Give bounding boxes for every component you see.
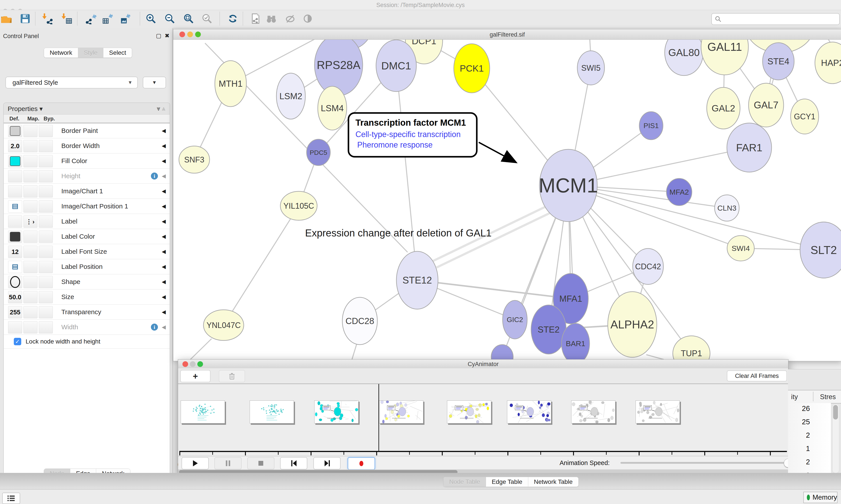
- table-cell[interactable]: 1: [806, 445, 810, 453]
- prop-byp-cell[interactable]: [39, 306, 53, 318]
- prop-map-cell[interactable]: [23, 306, 37, 318]
- prop-byp-cell[interactable]: [39, 276, 53, 288]
- table-cell[interactable]: 25: [802, 418, 810, 426]
- network-node-gcy1[interactable]: GCY1: [791, 99, 819, 134]
- clear-all-frames-button[interactable]: Clear All Frames: [727, 371, 787, 381]
- network-node-ste2[interactable]: STE2: [531, 305, 566, 354]
- property-row-image-chart-position-1[interactable]: Image/Chart Position 1◀: [4, 199, 170, 214]
- network-edge[interactable]: [352, 344, 357, 360]
- prop-byp-cell[interactable]: [39, 140, 53, 152]
- annotation-link[interactable]: Pheromone response: [357, 140, 432, 149]
- network-node-cdc42[interactable]: CDC42: [633, 249, 663, 284]
- prop-def-cell[interactable]: 255: [8, 306, 22, 318]
- property-row-label-position[interactable]: Label Position◀: [4, 259, 170, 274]
- keyframe-thumbnail-6[interactable]: [571, 400, 615, 424]
- prop-byp-cell[interactable]: [39, 125, 53, 137]
- keyframe-thumbnail-4[interactable]: [447, 400, 491, 424]
- prop-byp-cell[interactable]: [39, 291, 53, 303]
- search-network-icon[interactable]: [265, 13, 277, 24]
- expand-row-icon[interactable]: ◀: [162, 158, 166, 164]
- prop-byp-cell[interactable]: [39, 155, 53, 167]
- style-options-button[interactable]: ▼: [143, 77, 166, 88]
- annotation-callout[interactable]: Transcription factor MCM1Cell-type-speci…: [348, 113, 515, 162]
- prop-map-cell[interactable]: [23, 125, 37, 137]
- prop-def-cell[interactable]: [8, 155, 22, 167]
- network-node-rps28a[interactable]: RPS28A: [315, 40, 363, 96]
- column-header[interactable]: Stres: [820, 393, 836, 401]
- close-panel-icon[interactable]: ✖: [165, 32, 169, 39]
- record-button[interactable]: [347, 457, 375, 470]
- network-node-ynl047c[interactable]: YNL047C: [203, 310, 244, 340]
- prop-map-cell[interactable]: [23, 200, 37, 213]
- network-node-gal2[interactable]: GAL2: [707, 87, 740, 129]
- prop-map-cell[interactable]: [23, 155, 37, 167]
- keyframe-thumbnail-7[interactable]: [636, 400, 680, 424]
- prop-byp-cell[interactable]: [39, 215, 53, 228]
- expand-row-icon[interactable]: ◀: [162, 203, 166, 209]
- pause-button[interactable]: [214, 457, 241, 469]
- collapse-all-icon[interactable]: ⩓: [162, 105, 165, 112]
- network-edge[interactable]: [223, 206, 299, 325]
- keyframe-thumbnail-2[interactable]: [314, 400, 359, 424]
- expand-row-icon[interactable]: ◀: [162, 233, 166, 239]
- float-panel-icon[interactable]: ▢: [156, 32, 161, 39]
- cyanimator-titlebar[interactable]: CyAnimator: [178, 360, 788, 368]
- network-node-bar1[interactable]: BAR1: [561, 323, 590, 361]
- lock-checkbox[interactable]: ✓: [14, 338, 21, 345]
- prop-def-cell[interactable]: [8, 276, 22, 288]
- add-frame-button[interactable]: +: [180, 370, 211, 382]
- keyframe-thumbnail-1[interactable]: [250, 400, 294, 424]
- prop-map-cell[interactable]: [23, 291, 37, 303]
- expand-row-icon[interactable]: ◀: [162, 188, 166, 194]
- prop-byp-cell[interactable]: [39, 231, 53, 243]
- expand-row-icon[interactable]: ◀: [162, 324, 166, 330]
- network-node-lsm4[interactable]: LSM4: [318, 86, 347, 130]
- skip-start-button[interactable]: [280, 457, 307, 469]
- network-node-swi4[interactable]: SWI4: [727, 236, 754, 261]
- network-node-mth1[interactable]: MTH1: [215, 61, 246, 107]
- property-row-transparency[interactable]: 255Transparency◀: [4, 305, 170, 320]
- prop-map-cell[interactable]: [23, 185, 37, 197]
- property-row-image-chart-1[interactable]: Image/Chart 1◀: [4, 184, 170, 199]
- info-icon[interactable]: i: [151, 173, 158, 180]
- prop-def-cell[interactable]: [8, 321, 22, 334]
- prop-byp-cell[interactable]: [39, 185, 53, 197]
- table-scrollbar[interactable]: [832, 404, 839, 473]
- prop-byp-cell[interactable]: [39, 200, 53, 213]
- style-selector[interactable]: galFiltered Style ▼: [5, 77, 138, 88]
- prop-def-cell[interactable]: [8, 215, 22, 228]
- play-button[interactable]: [182, 457, 209, 469]
- prop-def-cell[interactable]: [8, 231, 22, 243]
- prop-byp-cell[interactable]: [39, 246, 53, 258]
- network-node-gic2[interactable]: GIC2: [503, 300, 527, 339]
- network-node-hap2[interactable]: HAP2: [815, 42, 841, 84]
- prop-byp-cell[interactable]: [39, 261, 53, 273]
- network-node-far1[interactable]: FAR1: [727, 123, 772, 172]
- prop-def-cell[interactable]: [8, 200, 22, 213]
- export-network-icon[interactable]: [85, 13, 97, 24]
- network-node-cdc28[interactable]: CDC28: [342, 297, 377, 345]
- network-node-ste12[interactable]: STE12: [396, 251, 438, 309]
- table-tab-edge-table[interactable]: Edge Table: [486, 477, 528, 487]
- property-row-width[interactable]: Widthi◀: [4, 320, 170, 335]
- export-table-icon[interactable]: [102, 13, 114, 24]
- property-row-label[interactable]: ⋮›Label◀: [4, 214, 170, 229]
- prop-def-cell[interactable]: [8, 185, 22, 197]
- prop-map-cell[interactable]: [23, 246, 37, 258]
- tab-select[interactable]: Select: [103, 48, 132, 58]
- network-node-ste4[interactable]: STE4: [763, 43, 794, 80]
- table-tab-network-table[interactable]: Network Table: [528, 477, 578, 487]
- network-node-dmc1[interactable]: DMC1: [376, 40, 416, 91]
- property-row-label-font-size[interactable]: 12Label Font Size◀: [4, 244, 170, 259]
- expand-row-icon[interactable]: ◀: [162, 279, 166, 285]
- expand-row-icon[interactable]: ◀: [162, 173, 166, 179]
- network-node-cln3[interactable]: CLN3: [715, 195, 739, 221]
- canvas-caption[interactable]: Expression change after deletion of GAL1: [305, 227, 492, 239]
- table-cell[interactable]: 2: [806, 458, 810, 466]
- network-edge[interactable]: [190, 339, 212, 360]
- network-node-mcm1[interactable]: MCM1: [539, 149, 598, 221]
- expand-row-icon[interactable]: ◀: [162, 218, 166, 224]
- network-node-lsm2[interactable]: LSM2: [276, 73, 305, 119]
- keyframe-thumbnail-5[interactable]: [507, 400, 551, 424]
- prop-map-cell[interactable]: ⋮›: [23, 215, 37, 228]
